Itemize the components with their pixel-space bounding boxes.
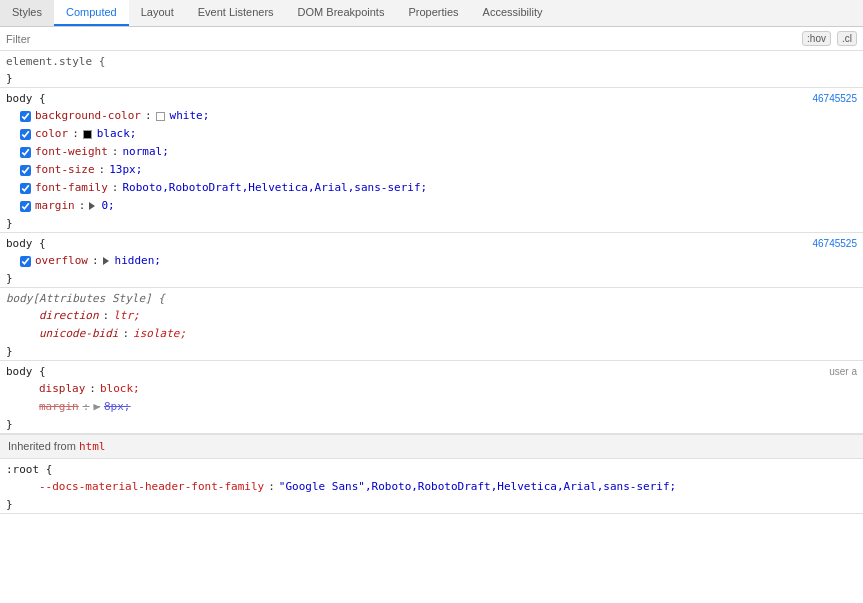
root-section: :root { --docs-material-header-font-fami… [0,459,863,514]
body-1-section: body { 46745525 background-color : white… [0,88,863,233]
overflow-triangle[interactable] [103,257,109,265]
inherited-header: Inherited from html [0,434,863,459]
tab-properties[interactable]: Properties [396,0,470,26]
margin-1-checkbox[interactable] [20,201,31,212]
overflow-rule: overflow : hidden; [0,252,863,270]
bg-color-value: white; [170,108,210,124]
unicode-bidi-value: isolate; [133,326,186,342]
filter-input[interactable] [6,33,802,45]
element-style-selector: element.style { [6,55,105,68]
inherited-from-ref[interactable]: html [79,440,106,453]
body-2-header: body { 46745525 [0,233,863,252]
margin-user-prop: margin [39,399,79,415]
element-style-section: element.style { } [0,51,863,88]
margin-user-value: 8px; [104,399,131,415]
font-size-rule: font-size : 13px; [0,161,863,179]
body-attrs-close: } [0,343,863,360]
font-family-rule: font-family : Roboto,RobotoDraft,Helveti… [0,179,863,197]
body-user-close: } [0,416,863,433]
body-user-header: body { user a [0,361,863,380]
body-attrs-header: body[Attributes Style] { [0,288,863,307]
body-attrs-section: body[Attributes Style] { direction : ltr… [0,288,863,361]
custom-prop-value: "Google Sans",Roboto,RobotoDraft,Helveti… [279,479,676,495]
body-user-source: user a [829,366,857,377]
tab-dom-breakpoints[interactable]: DOM Breakpoints [286,0,397,26]
body-1-header: body { 46745525 [0,88,863,107]
color-checkbox[interactable] [20,129,31,140]
color-swatch[interactable] [83,130,92,139]
body-user-selector: body { [6,365,46,378]
element-style-close: } [0,70,863,87]
body-1-close: } [0,215,863,232]
body-2-source[interactable]: 46745525 [813,238,858,249]
font-size-prop: font-size [35,162,95,178]
root-header: :root { [0,459,863,478]
inherited-label: Inherited from [8,440,76,452]
filter-bar: :hov .cl [0,27,863,51]
font-family-value: Roboto,RobotoDraft,Helvetica,Arial,sans-… [122,180,427,196]
devtools-tabs: Styles Computed Layout Event Listeners D… [0,0,863,27]
margin-triangle-user: ▶ [93,399,100,415]
hov-button[interactable]: :hov [802,31,831,46]
font-size-checkbox[interactable] [20,165,31,176]
tab-event-listeners[interactable]: Event Listeners [186,0,286,26]
body-attrs-selector: body[Attributes Style] { [6,292,165,305]
font-family-checkbox[interactable] [20,183,31,194]
body-2-selector: body { [6,237,46,250]
element-style-header: element.style { [0,51,863,70]
color-prop: color [35,126,68,142]
bg-color-prop: background-color [35,108,141,124]
body-2-section: body { 46745525 overflow : hidden; } [0,233,863,288]
display-rule: display : block; [0,380,863,398]
tab-styles[interactable]: Styles [0,0,54,26]
color-rule: color : black; [0,125,863,143]
display-prop: display [39,381,85,397]
unicode-bidi-prop: unicode-bidi [39,326,118,342]
body-2-close: } [0,270,863,287]
custom-prop-name: --docs-material-header-font-family [39,479,264,495]
bg-color-checkbox[interactable] [20,111,31,122]
font-weight-prop: font-weight [35,144,108,160]
font-weight-checkbox[interactable] [20,147,31,158]
root-close: } [0,496,863,513]
root-selector: :root { [6,463,52,476]
cls-button[interactable]: .cl [837,31,857,46]
custom-prop-rule: --docs-material-header-font-family : "Go… [0,478,863,496]
margin-user-rule: margin : ▶ 8px; [0,398,863,416]
tab-accessibility[interactable]: Accessibility [471,0,555,26]
body-1-selector: body { [6,92,46,105]
margin-rule-1: margin : 0; [0,197,863,215]
margin-1-value: 0; [101,198,114,214]
bg-color-rule: background-color : white; [0,107,863,125]
direction-value: ltr; [113,308,140,324]
margin-1-prop: margin [35,198,75,214]
font-size-value: 13px; [109,162,142,178]
overflow-checkbox[interactable] [20,256,31,267]
tab-computed[interactable]: Computed [54,0,129,26]
body-user-section: body { user a display : block; margin : … [0,361,863,434]
overflow-value: hidden; [115,253,161,269]
direction-rule: direction : ltr; [0,307,863,325]
color-value: black; [97,126,137,142]
overflow-prop: overflow [35,253,88,269]
font-family-prop: font-family [35,180,108,196]
body-1-source[interactable]: 46745525 [813,93,858,104]
font-weight-rule: font-weight : normal; [0,143,863,161]
bg-color-swatch[interactable] [156,112,165,121]
direction-prop: direction [39,308,99,324]
tab-layout[interactable]: Layout [129,0,186,26]
display-value: block; [100,381,140,397]
unicode-bidi-rule: unicode-bidi : isolate; [0,325,863,343]
filter-right: :hov .cl [802,31,857,46]
margin-triangle-1[interactable] [89,202,95,210]
font-weight-value: normal; [122,144,168,160]
